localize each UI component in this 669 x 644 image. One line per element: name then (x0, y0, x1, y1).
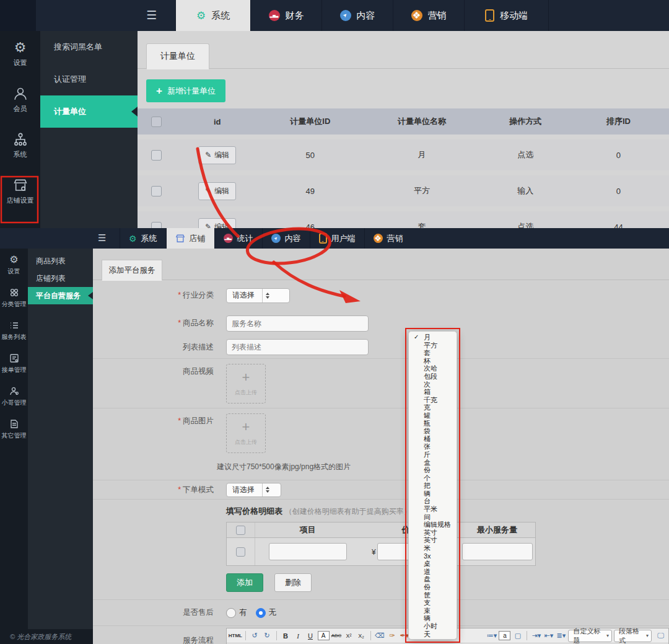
nav-tab-mobile[interactable]: 移动端 (464, 0, 549, 31)
nav-tab-marketing[interactable]: ❖ 营销 (393, 0, 464, 31)
unit-option[interactable]: 份 (409, 583, 457, 591)
unit-option[interactable]: 克 (409, 404, 457, 412)
select-all-checkbox[interactable] (236, 526, 245, 535)
service-name-input[interactable] (226, 315, 369, 332)
unit-option[interactable]: 千克 (409, 396, 457, 404)
submenu-shop-list[interactable]: 店铺列表 (28, 270, 93, 287)
nav-tab-content[interactable]: ➤ 内容 (321, 0, 393, 31)
edit-button[interactable]: ✎编辑 (198, 218, 236, 229)
unit-option[interactable]: 英寸 (409, 536, 457, 544)
unit-option[interactable]: 个 (409, 474, 457, 482)
delete-row-button[interactable]: 删除 (274, 573, 312, 592)
sidebar-item-order-management[interactable]: 接单管理 (0, 347, 28, 380)
unit-option[interactable]: 辆 (409, 614, 457, 622)
unit-option[interactable]: 次哈 (409, 364, 457, 373)
unit-option[interactable]: 米 (409, 544, 457, 552)
italic-button[interactable]: I (293, 630, 304, 641)
superscript-button[interactable]: X² (344, 630, 354, 641)
sidebar-item-shop-settings[interactable]: 店铺设置 (0, 169, 40, 214)
unit-option[interactable]: 袋 (409, 427, 457, 435)
aftersale-yes-radio[interactable] (226, 608, 236, 618)
format-brush-icon[interactable]: ✑ (387, 630, 397, 641)
fullscreen-icon[interactable]: 🖵 (655, 630, 666, 641)
anchor-button[interactable]: a (499, 631, 510, 640)
nav-tab-marketing[interactable]: ❖ 营销 (364, 228, 412, 249)
unit-option[interactable]: 箱 (409, 388, 457, 396)
bold-button[interactable]: B (281, 630, 291, 641)
add-unit-button[interactable]: + 新增计量单位 (146, 79, 225, 102)
unit-option[interactable]: 包段 (409, 373, 457, 381)
sidebar-item-system[interactable]: 系统 (0, 123, 40, 169)
unit-option[interactable]: 杯 (409, 357, 457, 365)
unit-option[interactable]: 天 (409, 630, 457, 638)
unit-option[interactable]: 平方 (409, 342, 457, 350)
video-upload-box[interactable]: + 点击上传 (226, 364, 266, 404)
submenu-search-blacklist[interactable]: 搜索词黑名单 (40, 31, 138, 63)
unit-option[interactable]: 英寸 (409, 529, 457, 537)
nav-tab-content[interactable]: ➤ 内容 (262, 228, 310, 249)
eraser-icon[interactable]: ⌫ (374, 630, 385, 641)
outdent-icon[interactable]: ⇤▾ (543, 630, 554, 641)
row-checkbox[interactable] (236, 547, 245, 557)
select-all-checkbox[interactable] (151, 117, 162, 127)
unit-option[interactable]: 把 (409, 482, 457, 490)
strikethrough-button[interactable]: ABC (331, 630, 342, 641)
min-qty-input[interactable] (462, 543, 533, 560)
submenu-platform-service[interactable]: 平台自营服务 (28, 287, 93, 304)
html-source-button[interactable]: HTML (229, 630, 242, 641)
industry-select[interactable]: 请选择 (226, 288, 290, 303)
image-upload-box[interactable]: + 点击上传 (226, 413, 266, 453)
sidebar-item-settings[interactable]: ⚙ 设置 (0, 249, 28, 281)
font-color-button[interactable]: A (318, 631, 330, 640)
edit-button[interactable]: ✎编辑 (198, 146, 236, 164)
unit-option[interactable]: 道 (409, 568, 457, 576)
tab-add-platform-service[interactable]: 添加平台服务 (102, 260, 162, 281)
unit-option[interactable]: 盘 (409, 575, 457, 583)
unit-option[interactable]: 盒 (409, 459, 457, 467)
line-height-icon[interactable]: ≣▾ (556, 630, 566, 641)
unit-option[interactable]: 平米 (409, 505, 457, 513)
unit-option[interactable]: 3x (409, 552, 457, 560)
unit-option[interactable]: 束 (409, 607, 457, 615)
edit-button[interactable]: ✎编辑 (198, 182, 236, 200)
menu-toggle-icon[interactable]: ☰ (98, 232, 106, 244)
row-checkbox[interactable] (151, 150, 162, 161)
sidebar-item-members[interactable]: 会员 (0, 77, 40, 123)
nav-tab-finance[interactable]: ▂▅▃ 财务 (250, 0, 321, 31)
list-desc-input[interactable] (226, 339, 369, 355)
redo-icon[interactable]: ↻ (262, 630, 273, 641)
row-checkbox[interactable] (151, 186, 162, 196)
indent-icon[interactable]: ⇥▾ (531, 630, 541, 641)
unit-option[interactable]: 筐 (409, 591, 457, 599)
unit-option[interactable]: 编辑规格 (409, 521, 457, 529)
tab-measure-units[interactable]: 计量单位 (146, 43, 209, 69)
nav-tab-system[interactable]: ⚙ 系统 (175, 0, 250, 31)
menu-toggle-icon[interactable]: ☰ (146, 8, 157, 22)
unit-option[interactable]: 张 (409, 443, 457, 451)
unit-option[interactable]: 桶 (409, 435, 457, 443)
blank-page-icon[interactable]: ▢ (512, 630, 523, 641)
custom-title-select[interactable]: 自定义标题▾ (568, 630, 612, 642)
paragraph-format-select[interactable]: 段落格式▾ (614, 630, 652, 642)
unit-option[interactable]: 辆 (409, 490, 457, 498)
sidebar-item-worker-management[interactable]: 小哥管理 (0, 380, 28, 413)
unit-option[interactable]: 支 (409, 599, 457, 607)
nav-tab-client[interactable]: 用户端 (310, 228, 364, 249)
unit-option[interactable]: 间 (409, 513, 457, 521)
unit-option[interactable]: 台 (409, 497, 457, 505)
unit-option[interactable]: 小时 (409, 622, 457, 630)
unit-option-checked[interactable]: 月 (409, 333, 457, 342)
unit-option[interactable]: 瓶 (409, 420, 457, 428)
sidebar-item-service-list[interactable]: 服务列表 (0, 314, 28, 347)
row-checkbox[interactable] (151, 222, 162, 229)
unit-option[interactable]: 次 (409, 381, 457, 389)
submenu-auth-management[interactable]: 认证管理 (40, 63, 138, 95)
aftersale-no-radio[interactable] (256, 608, 266, 618)
subscript-button[interactable]: X₂ (356, 630, 367, 641)
list-icon[interactable]: ≔▾ (486, 630, 497, 641)
nav-tab-system[interactable]: ⚙ 系统 (120, 228, 166, 249)
order-mode-select[interactable]: 请选择 (226, 483, 281, 497)
add-row-button[interactable]: 添加 (226, 573, 263, 592)
unit-option[interactable]: 套 (409, 349, 457, 357)
undo-icon[interactable]: ↺ (250, 630, 260, 641)
